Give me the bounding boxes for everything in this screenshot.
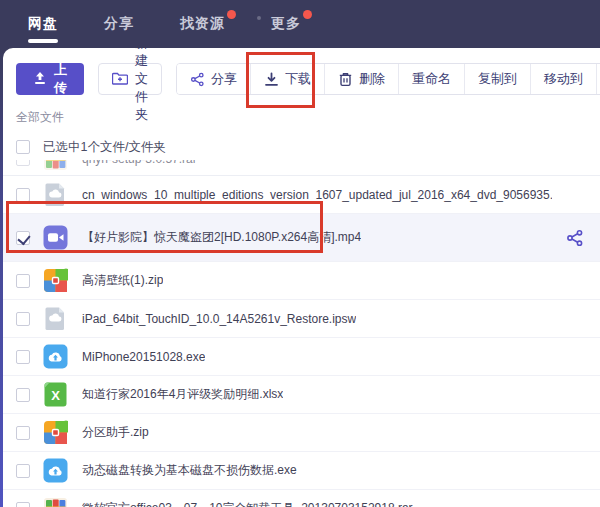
toolbar-action-6[interactable]: 推送到云设备: [596, 64, 600, 94]
zip-file-icon: [43, 268, 68, 293]
nav-tab-0[interactable]: 网盘: [28, 15, 58, 33]
toolbar-action-5[interactable]: 移动到: [530, 64, 596, 94]
file-row[interactable]: 分区助手.zip: [3, 414, 600, 452]
nav-dot-decor: [257, 16, 261, 20]
file-row[interactable]: cn_windows_10_multiple_editions_version_…: [3, 176, 600, 214]
main-panel: 上传 新建文件夹 分享下载删除重命名复制到移动到推送到云设备 全部文件 已选中1…: [3, 48, 600, 507]
file-list: 已选中1个文件/文件夹 qnyn-setup-3.0.57.rarcn_wind…: [3, 134, 600, 507]
toolbar-action-label: 下载: [285, 70, 311, 88]
zip-file-icon: [43, 420, 68, 445]
file-row[interactable]: 微软官方office03、07、10完全卸载工具_20130703152918.…: [3, 490, 600, 507]
nav-tab-2[interactable]: 找资源: [180, 15, 225, 33]
toolbar-action-label: 分享: [211, 70, 237, 88]
file-checkbox[interactable]: [16, 231, 30, 245]
breadcrumb-all-files[interactable]: 全部文件: [16, 109, 600, 126]
file-row[interactable]: 动态磁盘转换为基本磁盘不损伤数据.exe: [3, 452, 600, 490]
nav-tab-label: 找资源: [180, 15, 225, 31]
new-folder-button-label: 新建文件夹: [135, 48, 148, 124]
row-share-icon[interactable]: [566, 229, 584, 247]
file-name[interactable]: 动态磁盘转换为基本磁盘不损伤数据.exe: [82, 462, 297, 479]
file-name[interactable]: 分区助手.zip: [82, 424, 149, 441]
file-checkbox[interactable]: [16, 312, 30, 326]
file-checkbox[interactable]: [16, 502, 30, 507]
toolbar-action-label: 复制到: [478, 70, 517, 88]
exe-file-icon: [43, 458, 68, 483]
selection-summary-text: 已选中1个文件/文件夹: [43, 139, 166, 156]
nav-tab-label: 分享: [104, 15, 134, 31]
rar-file-icon: [43, 160, 68, 172]
file-name[interactable]: 【好片影院】惊天魔盗团2[HD.1080P.x264高清].mp4: [82, 229, 361, 246]
toolbar-action-label: 删除: [359, 70, 385, 88]
nav-tab-label: 更多: [271, 15, 301, 31]
file-name[interactable]: 知道行家2016年4月评级奖励明细.xlsx: [82, 386, 283, 403]
file-row[interactable]: 【好片影院】惊天魔盗团2[HD.1080P.x264高清].mp4: [3, 214, 600, 262]
partially-scrolled-row: qnyn-setup-3.0.57.rar: [3, 160, 600, 176]
file-name[interactable]: cn_windows_10_multiple_editions_version_…: [82, 188, 552, 202]
toolbar-action-3[interactable]: 重命名: [398, 64, 464, 94]
exe-file-icon: [43, 344, 68, 369]
toolbar-action-1[interactable]: 下载: [250, 64, 324, 94]
file-checkbox[interactable]: [16, 464, 30, 478]
xlsx-file-icon: X: [43, 382, 68, 407]
cloud-doc-file-icon: [43, 182, 68, 207]
file-row[interactable]: qnyn-setup-3.0.57.rar: [3, 160, 600, 176]
folder-plus-icon: [112, 71, 128, 88]
file-checkbox[interactable]: [16, 350, 30, 364]
file-checkbox[interactable]: [16, 188, 30, 202]
trash-icon: [338, 72, 353, 87]
file-name[interactable]: iPad_64bit_TouchID_10.0_14A5261v_Restore…: [82, 312, 356, 326]
file-checkbox[interactable]: [16, 426, 30, 440]
toolbar: 上传 新建文件夹 分享下载删除重命名复制到移动到推送到云设备: [3, 48, 600, 96]
svg-text:X: X: [51, 388, 60, 403]
file-name[interactable]: MiPhone20151028.exe: [82, 350, 205, 364]
upload-button[interactable]: 上传: [16, 63, 84, 95]
top-navigation: 网盘分享找资源更多: [0, 0, 600, 48]
select-all-checkbox[interactable]: [16, 140, 30, 154]
file-checkbox[interactable]: [16, 160, 30, 166]
download-icon: [264, 72, 279, 87]
file-name[interactable]: qnyn-setup-3.0.57.rar: [82, 160, 197, 166]
file-checkbox[interactable]: [16, 388, 30, 402]
file-name[interactable]: 高清壁纸(1).zip: [82, 272, 163, 289]
video-file-icon: [43, 225, 68, 250]
notification-badge: [227, 10, 236, 19]
upload-button-label: 上传: [54, 61, 67, 97]
file-row[interactable]: 高清壁纸(1).zip: [3, 262, 600, 300]
toolbar-action-2[interactable]: 删除: [324, 64, 398, 94]
notification-badge: [303, 10, 312, 19]
cloud-doc-file-icon: [43, 306, 68, 331]
nav-tab-1[interactable]: 分享: [104, 15, 134, 33]
nav-tab-3[interactable]: 更多: [271, 15, 301, 33]
toolbar-action-0[interactable]: 分享: [177, 64, 250, 94]
new-folder-button[interactable]: 新建文件夹: [98, 63, 162, 95]
toolbar-action-label: 移动到: [544, 70, 583, 88]
file-name[interactable]: 微软官方office03、07、10完全卸载工具_20130703152918.…: [82, 500, 413, 507]
share-icon: [190, 72, 205, 87]
file-row[interactable]: X知道行家2016年4月评级奖励明细.xlsx: [3, 376, 600, 414]
file-actions-group: 分享下载删除重命名复制到移动到推送到云设备: [176, 63, 600, 95]
selection-summary-row: 已选中1个文件/文件夹: [3, 134, 600, 160]
toolbar-action-label: 重命名: [412, 70, 451, 88]
file-row[interactable]: iPad_64bit_TouchID_10.0_14A5261v_Restore…: [3, 300, 600, 338]
file-checkbox[interactable]: [16, 274, 30, 288]
upload-icon: [33, 71, 47, 88]
file-row[interactable]: MiPhone20151028.exe: [3, 338, 600, 376]
toolbar-action-4[interactable]: 复制到: [464, 64, 530, 94]
nav-tab-label: 网盘: [28, 15, 58, 31]
rar-file-icon: [43, 496, 68, 507]
